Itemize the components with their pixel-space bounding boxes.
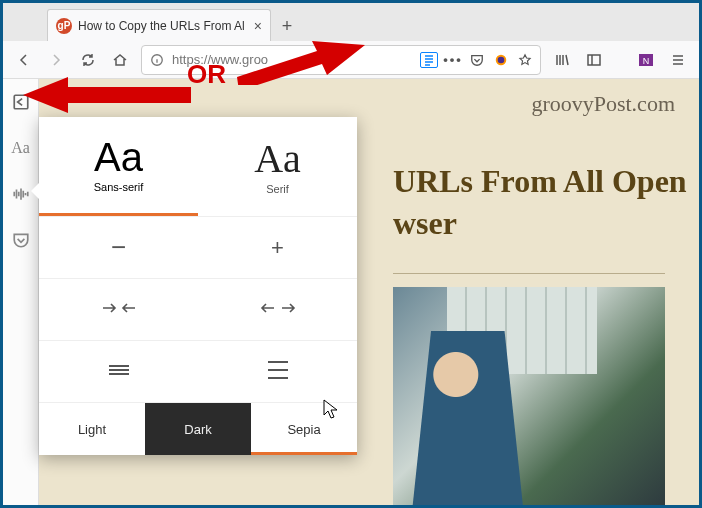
tab-favicon: gP bbox=[56, 18, 72, 34]
theme-light[interactable]: Light bbox=[39, 403, 145, 455]
menu-button[interactable] bbox=[663, 45, 693, 75]
home-button[interactable] bbox=[105, 45, 135, 75]
type-controls-icon[interactable]: Aa bbox=[6, 133, 36, 163]
new-tab-button[interactable]: + bbox=[271, 11, 303, 41]
pocket-icon[interactable] bbox=[468, 51, 486, 69]
font-serif-option[interactable]: Aa Serif bbox=[198, 117, 357, 216]
article-title: URLs From All Open bbox=[393, 161, 687, 203]
reader-settings-panel: Aa Sans-serif Aa Serif − + bbox=[39, 117, 357, 455]
toolbar: https://www.groo ••• N bbox=[3, 41, 699, 79]
svg-point-2 bbox=[498, 56, 505, 63]
close-reader-icon[interactable] bbox=[6, 87, 36, 117]
divider bbox=[393, 273, 665, 274]
line-height-increase[interactable] bbox=[198, 341, 357, 402]
theme-dark[interactable]: Dark bbox=[145, 403, 251, 455]
reader-sidebar: Aa bbox=[3, 79, 39, 505]
firefox-icon[interactable] bbox=[492, 51, 510, 69]
tab-title: How to Copy the URLs From Al bbox=[78, 19, 248, 33]
page-actions-icon[interactable]: ••• bbox=[444, 51, 462, 69]
svg-rect-3 bbox=[588, 55, 600, 65]
hero-image bbox=[393, 287, 665, 505]
content-width-increase[interactable] bbox=[198, 279, 357, 340]
font-size-increase[interactable]: + bbox=[198, 217, 357, 278]
forward-button[interactable] bbox=[41, 45, 71, 75]
theme-sepia[interactable]: Sepia bbox=[251, 403, 357, 455]
onenote-icon[interactable]: N bbox=[631, 45, 661, 75]
font-label: Sans-serif bbox=[94, 181, 144, 193]
site-brand: groovyPost.com bbox=[531, 91, 675, 117]
reader-view-icon[interactable] bbox=[420, 52, 438, 68]
svg-text:N: N bbox=[643, 56, 650, 66]
content-width-decrease[interactable] bbox=[39, 279, 198, 340]
font-size-decrease[interactable]: − bbox=[39, 217, 198, 278]
browser-tab[interactable]: gP How to Copy the URLs From Al × bbox=[47, 9, 271, 41]
tab-strip: gP How to Copy the URLs From Al × + bbox=[3, 3, 699, 41]
font-label: Serif bbox=[266, 183, 289, 195]
url-bar[interactable]: https://www.groo ••• bbox=[141, 45, 541, 75]
line-height-decrease[interactable] bbox=[39, 341, 198, 402]
font-sample: Aa bbox=[94, 137, 143, 177]
close-tab-icon[interactable]: × bbox=[254, 18, 262, 34]
font-sample: Aa bbox=[254, 139, 301, 179]
bookmark-star-icon[interactable] bbox=[516, 51, 534, 69]
back-button[interactable] bbox=[9, 45, 39, 75]
url-text: https://www.groo bbox=[172, 52, 414, 67]
library-button[interactable] bbox=[547, 45, 577, 75]
reload-button[interactable] bbox=[73, 45, 103, 75]
sidebar-button[interactable] bbox=[579, 45, 609, 75]
font-sans-option[interactable]: Aa Sans-serif bbox=[39, 117, 198, 216]
pocket-save-icon[interactable] bbox=[6, 225, 36, 255]
article-title: wser bbox=[393, 203, 457, 245]
site-info-icon[interactable] bbox=[148, 51, 166, 69]
